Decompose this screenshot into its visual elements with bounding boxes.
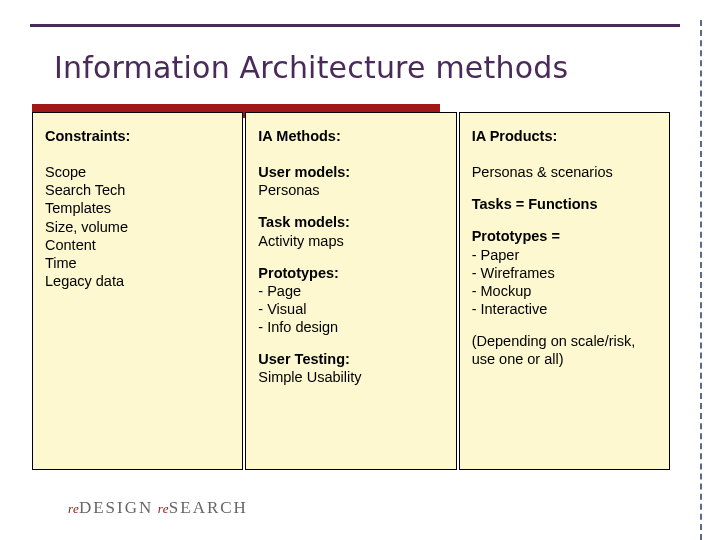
columns: Constraints: Scope Search Tech Templates… (32, 112, 670, 470)
products-line: Personas & scenarios (472, 163, 657, 181)
list-item: Paper (472, 246, 657, 264)
list-item: Templates (45, 199, 230, 217)
logo-re2: re (158, 501, 169, 516)
block-prototypes: Prototypes: Page Visual Info design (258, 264, 443, 337)
block-title: Task models: (258, 213, 443, 231)
col-products: IA Products: Personas & scenarios Tasks … (459, 112, 670, 470)
block-body: Personas (258, 181, 443, 199)
list-item: Content (45, 236, 230, 254)
list-item: Page (258, 282, 443, 300)
block-user-testing: User Testing: Simple Usability (258, 350, 443, 386)
block-user-models: User models: Personas (258, 163, 443, 199)
page-title: Information Architecture methods (54, 50, 568, 85)
block-body: Activity maps (258, 232, 443, 250)
block-title: User Testing: (258, 350, 443, 368)
list-item: Scope (45, 163, 230, 181)
logo-search: SEARCH (169, 498, 248, 517)
list-item: Mockup (472, 282, 657, 300)
list-item: Search Tech (45, 181, 230, 199)
col-heading: IA Methods: (258, 127, 443, 145)
products-note: (Depending on scale/risk, use one or all… (472, 332, 657, 368)
prototype-list: Paper Wireframes Mockup Interactive (472, 246, 657, 319)
logo: reDESIGN reSEARCH (68, 498, 248, 518)
list-item: Legacy data (45, 272, 230, 290)
right-dashed-border (700, 20, 702, 540)
list-item: Interactive (472, 300, 657, 318)
list-item: Wireframes (472, 264, 657, 282)
col-heading: IA Products: (472, 127, 657, 145)
list-item: Visual (258, 300, 443, 318)
list-item: Info design (258, 318, 443, 336)
top-rule (30, 24, 680, 27)
block-body: Simple Usability (258, 368, 443, 386)
block-title: User models: (258, 163, 443, 181)
col-methods: IA Methods: User models: Personas Task m… (245, 112, 456, 470)
col-constraints: Constraints: Scope Search Tech Templates… (32, 112, 243, 470)
prototype-list: Page Visual Info design (258, 282, 443, 336)
block-task-models: Task models: Activity maps (258, 213, 443, 249)
constraints-list: Scope Search Tech Templates Size, volume… (45, 163, 230, 290)
list-item: Size, volume (45, 218, 230, 236)
block-title: Prototypes = (472, 227, 657, 245)
list-item: Time (45, 254, 230, 272)
col-heading: Constraints: (45, 127, 230, 145)
logo-re1: re (68, 501, 79, 516)
block-title: Prototypes: (258, 264, 443, 282)
products-line: Tasks = Functions (472, 195, 657, 213)
logo-design: DESIGN (79, 498, 153, 517)
